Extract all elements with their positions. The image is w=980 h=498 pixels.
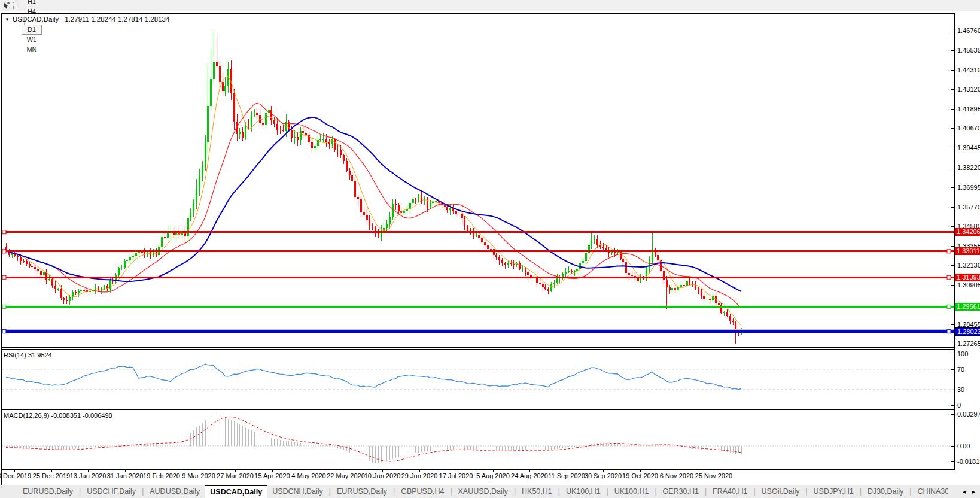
line-handle-left[interactable] [2, 305, 6, 308]
price-tick [951, 187, 954, 188]
tab-eurusd-daily[interactable]: EURUSD,Daily [18, 485, 78, 498]
macd-indicator-chart[interactable] [2, 410, 954, 469]
toolbar-grip[interactable] [13, 2, 16, 9]
rsi-tick [951, 405, 954, 406]
chart-ohlc-values: 1.27911 1.28244 1.27814 1.28134 [65, 16, 169, 23]
date-label[interactable]: 27 Mar 2020 [217, 472, 254, 479]
date-label[interactable]: 17 Jul 2020 [439, 472, 473, 479]
tab-separator: | [449, 485, 453, 498]
price-tick-label: 1.44310 [957, 66, 980, 74]
macd-signal-line [6, 417, 741, 461]
tab-ger30-h1[interactable]: GER30,H1 [658, 485, 704, 498]
rsi-tick-label: 70 [957, 366, 964, 373]
date-label[interactable]: 25 Nov 2020 [695, 472, 732, 479]
line-handle-left[interactable] [2, 230, 6, 234]
tab-usdcnh-daily[interactable]: USDCNH,Daily [267, 485, 328, 498]
price-tick [951, 128, 954, 129]
tab-fra40-h1[interactable]: FRA40,H1 [708, 485, 752, 498]
price-tick [951, 109, 954, 110]
main-price-chart[interactable] [2, 14, 954, 347]
line-handle-right[interactable] [947, 250, 951, 253]
tab-audusd-daily[interactable]: AUDUSD,Daily [145, 485, 205, 498]
price-tick-label: 1.36995 [957, 184, 980, 191]
price-tick [951, 70, 954, 71]
date-label[interactable]: 11 Sep 2020 [548, 472, 585, 479]
line-handle-right[interactable] [947, 330, 951, 333]
chart-title: ▼USDCAD,Daily1.27911 1.28244 1.27814 1.2… [5, 16, 169, 23]
line-handle-right[interactable] [947, 275, 951, 279]
tab-scroll-left-icon[interactable]: ◂ [963, 485, 966, 498]
date-label[interactable]: 15 Apr 2020 [254, 472, 290, 479]
tab-hk50-h1[interactable]: HK50,H1 [517, 485, 557, 498]
price-tick [951, 285, 954, 286]
tab-separator: | [752, 485, 756, 498]
date-label[interactable]: 10 Jun 2020 [364, 472, 401, 479]
cursor-tool-group[interactable]: ▼ [0, 4, 12, 8]
macd-tick-label: 0.032972 [957, 411, 980, 418]
macd-tick-label: -0.018154 [957, 458, 980, 465]
mt4-app: ▼ M1M5M15M30H1H4D1W1MN ▼USDCAD,Daily1.27… [0, 0, 980, 498]
collapse-chart-icon[interactable]: ▼ [5, 17, 10, 22]
price-tick [951, 168, 954, 168]
price-axis-separator [954, 13, 955, 470]
date-label[interactable]: 13 Jan 2020 [70, 472, 106, 479]
price-tick-label: 1.39445 [957, 144, 980, 151]
line-handle-left[interactable] [2, 250, 6, 253]
rsi-macd-divider-2 [1, 409, 955, 410]
tab-separator: | [328, 485, 332, 498]
rsi-macd-divider[interactable] [1, 408, 955, 408]
tab-separator: | [392, 485, 396, 498]
date-label[interactable]: 25 Dec 2019 [33, 472, 70, 479]
rsi-tick [951, 369, 954, 370]
date-label[interactable]: 19 Feb 2020 [143, 472, 180, 479]
date-label[interactable]: 31 Jan 2020 [107, 472, 144, 479]
date-label[interactable]: 29 Jun 2020 [401, 472, 438, 479]
macd-tick [951, 446, 954, 447]
price-tick-label: 1.27265 [957, 340, 980, 347]
tab-separator: | [908, 485, 912, 498]
rsi-tick [951, 354, 954, 354]
date-label[interactable]: 6 Nov 2020 [660, 472, 693, 479]
timeframe-toolbar: ▼ M1M5M15M30H1H4D1W1MN [0, 0, 980, 11]
rsi-panel-label: RSI(14) 31.9524 [4, 351, 52, 359]
date-label[interactable]: 4 May 2020 [291, 472, 325, 479]
tab-usdcad-daily[interactable]: USDCAD,Daily [205, 485, 267, 498]
tab-usdjpy-h1[interactable]: USDJPY,H1 [809, 485, 859, 498]
line-handle-left[interactable] [2, 330, 6, 333]
tab-uk100-h1[interactable]: UK100,H1 [561, 485, 605, 498]
rsi-tick-label: 30 [957, 386, 964, 393]
tab-usoil-daily[interactable]: USOil,Daily [757, 485, 805, 498]
price-tick-label: 1.41895 [957, 105, 980, 113]
date-label[interactable]: 30 Sep 2020 [585, 472, 622, 479]
price-tick [951, 324, 954, 325]
date-label[interactable]: 19 Oct 2020 [622, 472, 658, 479]
price-flag-1.28023: 1.28023 [955, 327, 980, 336]
tab-scroll-right-icon[interactable]: ▸ [972, 485, 975, 498]
tab-uk100-h1[interactable]: UK100,H1 [610, 485, 654, 498]
price-flag-1.33011: 1.33011 [955, 247, 980, 255]
tab-dj30-daily[interactable]: DJ30,Daily [863, 485, 908, 498]
rsi-tick [951, 390, 954, 390]
main-rsi-divider[interactable] [1, 347, 955, 348]
tab-xauusd-daily[interactable]: XAUUSD,Daily [454, 485, 513, 498]
price-tick [951, 50, 954, 51]
line-handle-left[interactable] [2, 275, 6, 279]
ma-fast[interactable] [6, 76, 741, 325]
rsi-indicator-chart[interactable] [2, 350, 954, 408]
rsi-line [6, 364, 741, 389]
tab-gbpusd-h4[interactable]: GBPUSD,H4 [396, 485, 449, 498]
date-label[interactable]: 24 Aug 2020 [511, 472, 548, 479]
macd-values: -0.008351 -0.006498 [51, 412, 112, 419]
tab-separator: | [804, 485, 808, 498]
timeframe-button-h1[interactable]: H1 [22, 0, 42, 7]
tab-separator: | [859, 485, 863, 498]
line-handle-right[interactable] [947, 305, 951, 308]
date-label[interactable]: 5 Aug 2020 [476, 472, 510, 479]
date-label[interactable]: 22 May 2020 [327, 472, 365, 479]
macd-tick [951, 461, 954, 462]
date-label[interactable]: 9 Mar 2020 [182, 472, 215, 479]
tab-usdchf-daily[interactable]: USDCHF,Daily [82, 485, 141, 498]
date-label[interactable]: 6 Dec 2019 [0, 472, 31, 479]
price-tick [951, 207, 954, 208]
tab-eurusd-daily[interactable]: EURUSD,Daily [332, 485, 392, 498]
